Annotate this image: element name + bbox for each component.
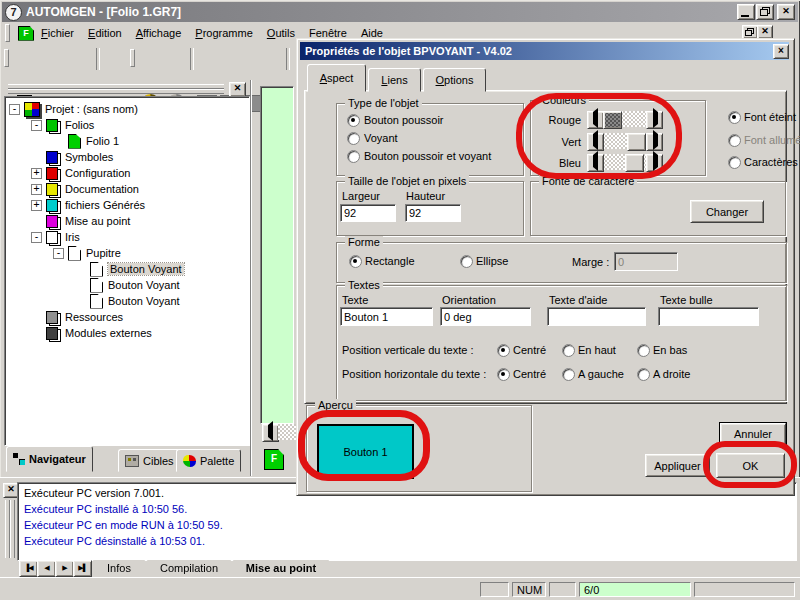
collapse-icon[interactable]: - <box>31 232 42 243</box>
bleu-right-arrow[interactable] <box>646 154 663 172</box>
stack-green-icon <box>46 119 60 132</box>
vert-slider[interactable] <box>587 133 663 149</box>
rouge-slider[interactable] <box>587 111 663 127</box>
last-tab-button[interactable]: ▶▌ <box>73 560 92 577</box>
rouge-thumb[interactable] <box>603 111 622 129</box>
collapse-icon[interactable]: - <box>9 104 20 115</box>
page-white-icon <box>90 262 103 277</box>
bleu-slider[interactable] <box>587 154 663 170</box>
tree-item-bouton-voyant-2[interactable]: Bouton Voyant <box>75 277 180 293</box>
menu-item-edition[interactable]: Edition <box>81 24 129 42</box>
menu-grip[interactable] <box>5 24 10 42</box>
hscroll-left-button[interactable] <box>262 424 279 442</box>
toolbar-grip[interactable] <box>4 49 9 67</box>
radio-ellipse[interactable] <box>460 255 473 268</box>
menu-item-affichage[interactable]: Affichage <box>129 24 189 42</box>
texte-input[interactable] <box>340 307 433 326</box>
radio-a-gauche[interactable] <box>562 368 575 381</box>
vert-left-arrow[interactable] <box>587 133 604 151</box>
couleurs-legend: Couleurs <box>539 94 589 106</box>
tree-item-ressources[interactable]: Ressources <box>31 309 123 325</box>
collapse-icon[interactable]: - <box>53 248 64 259</box>
expand-icon[interactable]: + <box>31 168 42 179</box>
minimize-button[interactable] <box>737 4 755 20</box>
hscroll-track[interactable] <box>278 424 296 440</box>
radio-vertical-centre[interactable] <box>497 344 510 357</box>
tree-item-symboles[interactable]: Symboles <box>31 149 113 165</box>
radio-voyant[interactable] <box>347 132 360 145</box>
page-white-icon <box>68 246 81 261</box>
menu-item-programme[interactable]: Programme <box>188 24 259 42</box>
radio-en-bas[interactable] <box>637 344 650 357</box>
texte-bulle-input[interactable] <box>658 307 759 326</box>
radio-a-droite[interactable] <box>637 368 650 381</box>
couleurs-group: Couleurs Rouge Vert Bleu <box>530 100 706 176</box>
folio-page-icon[interactable]: F <box>264 449 284 470</box>
expand-icon[interactable]: + <box>31 184 42 195</box>
tree-item-projet[interactable]: -Projet : (sans nom) <box>9 101 138 117</box>
radio-horizontal-centre[interactable] <box>497 368 510 381</box>
mdi-close-button[interactable]: ✕ <box>757 25 773 39</box>
tree-item-bouton-voyant-3[interactable]: Bouton Voyant <box>75 293 180 309</box>
bleu-left-arrow[interactable] <box>587 154 604 172</box>
radio-rectangle[interactable] <box>349 255 362 268</box>
tree-item-modules-externes[interactable]: Modules externes <box>31 325 152 341</box>
tree-item-iris[interactable]: -Iris <box>31 229 80 245</box>
title-bar[interactable]: 7 AUTOMGEN - [Folio 1.GR7] ✕ <box>2 2 798 22</box>
radio-bouton-poussoir-et-voyant[interactable] <box>347 150 360 163</box>
close-button[interactable]: ✕ <box>777 4 795 20</box>
vert-thumb[interactable] <box>627 133 646 151</box>
rouge-left-arrow[interactable] <box>587 111 604 129</box>
annuler-button[interactable]: Annuler <box>720 423 786 445</box>
tree-item-pupitre[interactable]: -Pupitre <box>53 245 121 261</box>
texte-aide-input[interactable] <box>547 307 646 326</box>
radio-font-eteint[interactable] <box>728 111 741 124</box>
radio-bouton-poussoir[interactable] <box>347 114 360 127</box>
radio-font-allume[interactable] <box>728 134 741 147</box>
dialog-close-button[interactable]: × <box>773 44 789 59</box>
tab-infos[interactable]: Infos <box>93 560 145 576</box>
expand-icon[interactable]: + <box>31 200 42 211</box>
textes-group: Textes Texte Orientation Texte d'aide Te… <box>336 285 787 401</box>
tab-navigateur[interactable]: Navigateur <box>6 446 93 472</box>
largeur-input[interactable] <box>340 204 396 222</box>
changer-button[interactable]: Changer <box>690 200 764 223</box>
ok-button[interactable]: OK <box>716 453 785 478</box>
tree-item-mise-au-point[interactable]: Mise au point <box>31 213 130 229</box>
tab-mise-au-point[interactable]: Mise au point <box>233 560 329 576</box>
app-icon: 7 <box>5 4 22 21</box>
tab-liens[interactable]: Liens <box>368 68 421 92</box>
tree-item-fichiers-generes[interactable]: +fichiers Générés <box>31 197 145 213</box>
tab-aspect[interactable]: Aspect <box>307 64 366 92</box>
radio-caracteres[interactable] <box>728 156 741 169</box>
tab-options[interactable]: Options <box>423 68 486 92</box>
radio-en-haut[interactable] <box>562 344 575 357</box>
hauteur-input[interactable] <box>405 204 461 222</box>
appliquer-button[interactable]: Appliquer <box>645 454 710 477</box>
folio-canvas[interactable] <box>260 86 294 424</box>
orientation-input[interactable] <box>440 307 531 326</box>
first-tab-button[interactable]: ▐◀ <box>19 560 38 577</box>
prev-tab-button[interactable]: ◀ <box>37 560 56 577</box>
forme-legend: Forme <box>345 236 383 248</box>
page-green-icon <box>68 134 81 149</box>
dialog-title-bar[interactable]: Propriétés de l'objet BPVOYANT - V4.02 <box>300 42 789 60</box>
vert-right-arrow[interactable] <box>646 133 663 151</box>
next-tab-button[interactable]: ▶ <box>55 560 74 577</box>
tab-palette[interactable]: Palette <box>176 449 241 472</box>
tab-cibles[interactable]: Cibles <box>118 449 181 472</box>
restore-button[interactable] <box>756 4 774 20</box>
tree-item-folio-1[interactable]: Folio 1 <box>53 133 119 149</box>
toolbar-grip-2[interactable] <box>130 49 135 67</box>
mdi-restore-button[interactable] <box>742 25 758 39</box>
bleu-thumb[interactable] <box>625 154 644 172</box>
tab-compilation[interactable]: Compilation <box>147 560 231 576</box>
tree-item-bouton-voyant-1[interactable]: Bouton Voyant <box>75 261 184 277</box>
tree-item-documentation[interactable]: +Documentation <box>31 181 139 197</box>
tree-item-configuration[interactable]: +Configuration <box>31 165 130 181</box>
menu-item-fichier[interactable]: Fichier <box>34 24 81 42</box>
panel-close-button[interactable]: ✕ <box>229 82 246 97</box>
tree-item-folios[interactable]: -Folios <box>31 117 94 133</box>
rouge-right-arrow[interactable] <box>646 111 663 129</box>
collapse-icon[interactable]: - <box>31 120 42 131</box>
